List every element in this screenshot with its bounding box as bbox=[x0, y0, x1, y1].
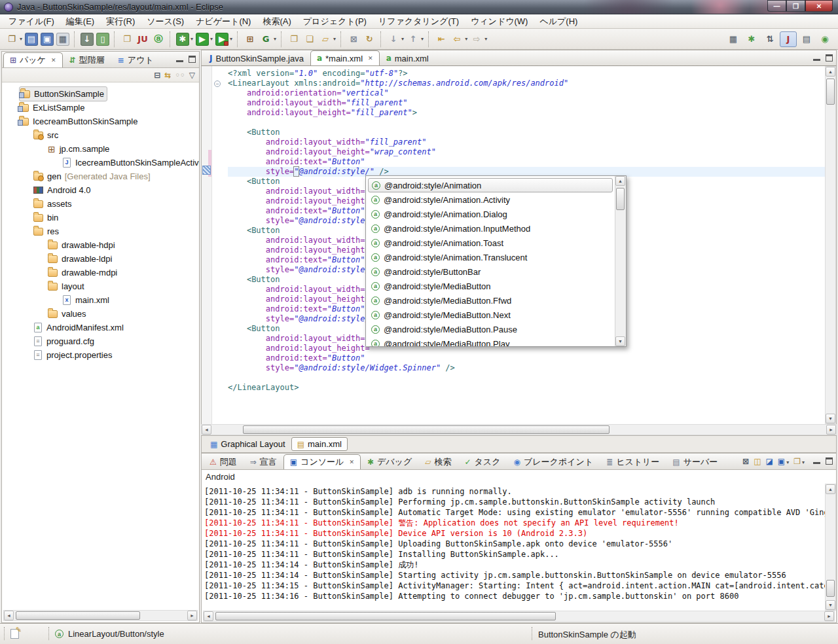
export-icon[interactable]: ❏ bbox=[302, 32, 317, 46]
dropdown-arrow-icon[interactable]: ▾ bbox=[274, 36, 276, 42]
open-console-icon[interactable]: ❐▾ bbox=[793, 456, 805, 466]
maximize-editor-icon[interactable] bbox=[826, 54, 833, 62]
tree-item-project-properties[interactable]: ≡project.properties bbox=[2, 348, 199, 362]
tab-outline[interactable]: ≡アウト bbox=[111, 52, 160, 67]
dropdown-arrow-icon[interactable]: ▾ bbox=[210, 36, 213, 42]
dropdown-arrow-icon[interactable]: ▾ bbox=[191, 36, 193, 42]
completion-item[interactable]: a@android:style/MediaButton.Play bbox=[368, 336, 613, 347]
completion-item[interactable]: a@android:style/Animation.InputMethod bbox=[368, 221, 613, 236]
pin-console-icon[interactable]: ◪ bbox=[766, 456, 773, 466]
menu-help[interactable]: ヘルプ(H) bbox=[534, 14, 583, 29]
run-icon[interactable]: ▶▾ bbox=[195, 32, 213, 46]
import-icon[interactable]: ❐ bbox=[287, 32, 301, 46]
tree-item-bin[interactable]: bin bbox=[2, 211, 199, 224]
completion-item[interactable]: a@android:style/Animation.Activity bbox=[368, 192, 613, 207]
save-icon[interactable]: ▤ bbox=[24, 32, 39, 46]
tab-graphical-layout[interactable]: ▦Graphical Layout bbox=[204, 437, 291, 451]
completion-item[interactable]: a@android:style/MediaButton.Next bbox=[368, 308, 613, 322]
minimize-console-icon[interactable] bbox=[813, 461, 820, 464]
completion-item[interactable]: a@android:style/Animation.Translucent bbox=[368, 250, 613, 264]
close-tab-icon[interactable]: ✕ bbox=[51, 57, 56, 63]
close-tab-icon[interactable]: ✕ bbox=[368, 55, 373, 62]
tab-package-explorer[interactable]: ⊞パッケ✕ bbox=[3, 52, 63, 67]
open-task-icon[interactable]: ⊠ bbox=[346, 32, 361, 46]
menu-run[interactable]: 実行(R) bbox=[100, 14, 141, 29]
print-icon[interactable]: ▦ bbox=[56, 32, 70, 46]
scroll-left-icon[interactable]: ◄ bbox=[204, 611, 213, 621]
dropdown-arrow-icon[interactable]: ▾ bbox=[786, 459, 789, 465]
completion-item[interactable]: a@android:style/MediaButton.Ffwd bbox=[368, 293, 613, 308]
tree-item-drawable-ldpi[interactable]: drawable-ldpi bbox=[2, 252, 199, 266]
completion-item[interactable]: a@android:style/MediaButton bbox=[368, 279, 613, 293]
prev-annotation-icon[interactable]: ↑▾ bbox=[406, 32, 424, 46]
tree-item-android-4-0[interactable]: Android 4.0 bbox=[2, 183, 199, 197]
tree-item-drawable-hdpi[interactable]: drawable-hdpi bbox=[2, 238, 199, 252]
scroll-right-icon[interactable]: ► bbox=[824, 611, 834, 621]
view-menu-icon[interactable]: ▽ bbox=[189, 71, 195, 80]
link-with-editor-icon[interactable]: ⇆ bbox=[164, 71, 171, 80]
menu-file[interactable]: ファイル(F) bbox=[3, 14, 60, 29]
debug-icon[interactable]: ✱▾ bbox=[175, 32, 194, 46]
menu-search[interactable]: 検索(A) bbox=[257, 14, 297, 29]
scroll-up-icon[interactable]: ▲ bbox=[826, 67, 835, 77]
scrollbar-thumb[interactable] bbox=[215, 612, 556, 620]
back-icon[interactable]: ⇦▾ bbox=[450, 32, 468, 46]
close-window-button[interactable]: ✕ bbox=[805, 0, 833, 12]
tab-buttonskinsample-java[interactable]: JButtonSkinSample.java bbox=[203, 50, 310, 65]
tree-item-jp-cm-sample[interactable]: ⊞jp.cm.sample bbox=[2, 142, 199, 156]
tree-item-res[interactable]: res bbox=[2, 224, 199, 238]
last-edit-location-icon[interactable]: ⇤ bbox=[434, 32, 448, 46]
tree-item-gen[interactable]: gen[Generated Java Files] bbox=[2, 170, 199, 183]
save-all-icon[interactable]: ▣ bbox=[40, 32, 54, 46]
tab-servers[interactable]: ▤サーバー bbox=[666, 454, 724, 469]
avd-manager-icon[interactable]: ▯ bbox=[96, 32, 110, 46]
minimize-editor-icon[interactable] bbox=[813, 58, 820, 61]
dropdown-arrow-icon[interactable]: ▾ bbox=[20, 36, 22, 42]
new-wizard-icon[interactable]: ❐▾ bbox=[5, 32, 23, 46]
completion-item[interactable]: a@android:style/MediaButton.Pause bbox=[368, 322, 613, 336]
tree-item-main-xml[interactable]: xmain.xml bbox=[2, 293, 199, 307]
new-junit-test-icon[interactable]: JU bbox=[136, 32, 150, 46]
tab-main-xml-dirty[interactable]: a*main.xml✕ bbox=[310, 50, 380, 65]
scrollbar-thumb[interactable] bbox=[243, 425, 610, 434]
tab-history[interactable]: ≣ヒストリー bbox=[600, 454, 666, 469]
scroll-down-icon[interactable]: ▼ bbox=[615, 336, 625, 346]
scrollbar-thumb[interactable] bbox=[16, 611, 140, 620]
scrollbar-thumb[interactable] bbox=[826, 79, 835, 105]
dropdown-arrow-icon[interactable]: ▾ bbox=[802, 459, 805, 465]
tree-item-src[interactable]: src bbox=[2, 128, 199, 142]
scroll-lock-icon[interactable]: ◫ bbox=[754, 456, 761, 466]
console-vscrollbar[interactable]: ▲ ▼ bbox=[825, 484, 836, 611]
tree-item-exlistsample[interactable]: ExListSample bbox=[2, 101, 199, 115]
popup-scrollbar[interactable]: ▲ ▼ bbox=[615, 176, 626, 346]
completion-item[interactable]: a@android:style/Animation.Dialog bbox=[368, 207, 613, 221]
scroll-up-icon[interactable]: ▲ bbox=[615, 176, 625, 186]
tab-problems[interactable]: ⚠問題 bbox=[203, 454, 244, 469]
run-external-tools-icon[interactable]: ▶▾ bbox=[215, 32, 233, 46]
tab-search[interactable]: ▱検索 bbox=[418, 454, 458, 469]
tree-item-buttonskinsample[interactable]: ButtonSkinSample bbox=[2, 87, 199, 101]
menu-window[interactable]: ウィンドウ(W) bbox=[465, 14, 534, 29]
forward-icon[interactable]: ⇨▾ bbox=[469, 32, 488, 46]
completion-item[interactable]: a@android:style/Animation bbox=[368, 178, 613, 192]
dropdown-arrow-icon[interactable]: ▾ bbox=[421, 36, 424, 42]
scroll-down-icon[interactable]: ▼ bbox=[826, 414, 835, 423]
tree-item-layout[interactable]: layout bbox=[2, 279, 199, 293]
tab-declaration[interactable]: ⇒宣言 bbox=[244, 454, 283, 469]
scroll-left-icon[interactable]: ◄ bbox=[4, 611, 14, 620]
maximize-console-icon[interactable] bbox=[826, 457, 833, 465]
dropdown-arrow-icon[interactable]: ▾ bbox=[333, 36, 336, 42]
scroll-right-icon[interactable]: ► bbox=[826, 425, 836, 435]
tree-item-values[interactable]: values bbox=[2, 307, 199, 321]
dropdown-arrow-icon[interactable]: ▾ bbox=[465, 36, 467, 42]
editor-vscrollbar[interactable]: ▲ ▼ bbox=[825, 66, 836, 424]
minimize-window-button[interactable]: — bbox=[767, 0, 786, 12]
search-icon[interactable]: ▱▾ bbox=[318, 32, 337, 46]
tree-item-drawable-mdpi[interactable]: drawable-mdpi bbox=[2, 266, 199, 279]
resource-perspective-icon[interactable]: ▤ bbox=[798, 31, 815, 47]
menu-navigate[interactable]: ナビゲート(N) bbox=[190, 14, 257, 29]
completion-item[interactable]: a@android:style/ButtonBar bbox=[368, 264, 613, 279]
tab-console[interactable]: ▣コンソール✕ bbox=[283, 454, 361, 469]
new-android-project-icon[interactable]: ❐ bbox=[120, 32, 134, 46]
synchronize-icon[interactable]: ↻ bbox=[362, 32, 376, 46]
